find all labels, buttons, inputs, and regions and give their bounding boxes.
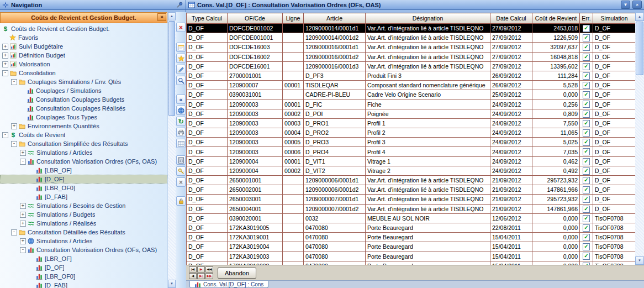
- grid-row[interactable]: D_OF26500020011209000006/0001d2Var.Art. …: [187, 185, 636, 195]
- error-checkbox[interactable]: ✓: [583, 224, 590, 232]
- cell-date-calcul[interactable]: 15/04/2011: [490, 252, 532, 261]
- error-checkbox[interactable]: ✓: [583, 139, 590, 146]
- cell-ligne[interactable]: [283, 24, 304, 33]
- cell-ligne[interactable]: [283, 90, 304, 100]
- cell-simulation[interactable]: D_OF: [593, 156, 636, 166]
- cell-simulation[interactable]: D_OF: [593, 185, 636, 195]
- grid-row[interactable]: D_OF12090000400001D_VIT1Vitrage 124/09/2…: [187, 156, 636, 166]
- cell-err[interactable]: ✓: [580, 156, 593, 166]
- cell-err[interactable]: ✓: [580, 185, 593, 195]
- cell-ligne[interactable]: 00006: [283, 147, 304, 156]
- cell-date-calcul[interactable]: 26/09/2012: [490, 81, 532, 90]
- cell-designation[interactable]: Poignée: [366, 109, 490, 118]
- cell-ligne[interactable]: 00005: [283, 138, 304, 147]
- expand-icon[interactable]: +: [20, 203, 26, 209]
- cell-simulation[interactable]: TisOF0708: [593, 252, 636, 261]
- tree-item[interactable]: [D_FAB]: [0, 281, 167, 288]
- cell-designation[interactable]: Porte Beauregard: [366, 261, 490, 265]
- cell-of-cde[interactable]: 120900003: [228, 118, 283, 128]
- cell-cout-de-revient[interactable]: 0,000: [532, 252, 580, 261]
- cell-date-calcul[interactable]: 21/09/2012: [490, 176, 532, 185]
- tree-item[interactable]: -Consolidation: [0, 69, 167, 77]
- collapse-icon[interactable]: -: [11, 79, 17, 85]
- cell-article[interactable]: D_PRO1: [304, 118, 366, 128]
- scroll-down-button[interactable]: ▼: [635, 256, 644, 265]
- expand-icon[interactable]: +: [2, 61, 8, 67]
- cell-date-calcul[interactable]: 21/09/2012: [490, 204, 532, 213]
- close-panel-button[interactable]: ×: [176, 23, 186, 32]
- cell-cout-de-revient[interactable]: 32097,637: [532, 43, 580, 52]
- cell-err[interactable]: ✓: [580, 52, 593, 61]
- cell-ligne[interactable]: [283, 195, 304, 204]
- cell-article[interactable]: D_PRO3: [304, 138, 366, 147]
- cell-cout-de-revient[interactable]: 0,000: [532, 213, 580, 223]
- globe-button[interactable]: [176, 106, 186, 115]
- error-checkbox[interactable]: ✓: [583, 234, 590, 241]
- cell-simulation[interactable]: D_OF: [593, 138, 636, 147]
- grid-row[interactable]: D_OFDOFCDE160011209000016/0001d3Var.Art.…: [187, 61, 636, 71]
- cell-article[interactable]: D_VIT2: [304, 166, 366, 175]
- cell-designation[interactable]: Var.Art. d'intégration lié à article TIS…: [366, 24, 490, 33]
- cell-date-calcul[interactable]: 24/09/2012: [490, 166, 532, 175]
- grid-row[interactable]: D_OFDOFCDE160031209000016/0001d1Var.Art.…: [187, 43, 636, 52]
- cell-of-cde[interactable]: 120900004: [228, 166, 283, 175]
- cell-type-calcul[interactable]: D_OF: [187, 138, 228, 147]
- error-checkbox[interactable]: ✓: [583, 206, 590, 213]
- cell-simulation[interactable]: D_OF: [593, 118, 636, 128]
- cell-article[interactable]: 1209000007/0001d1: [304, 195, 366, 204]
- cell-type-calcul[interactable]: D_OF: [187, 118, 228, 128]
- grid-scrollbar[interactable]: ▲ ▼: [635, 13, 644, 265]
- scroll-thumb[interactable]: [636, 22, 643, 75]
- cell-cout-de-revient[interactable]: 0,000: [532, 233, 580, 242]
- expand-icon[interactable]: +: [11, 123, 17, 129]
- tree-item[interactable]: [D_OF]: [0, 263, 167, 272]
- cell-designation[interactable]: Var.Art. d'intégration lié à article TIS…: [366, 61, 490, 71]
- window-menu-button[interactable]: ▼: [621, 1, 630, 9]
- grid-row[interactable]: D_OF12090000300003D_PRO1Profil 124/09/20…: [187, 118, 636, 128]
- cell-date-calcul[interactable]: 24/09/2012: [490, 138, 532, 147]
- cell-article[interactable]: D_PRO2: [304, 128, 366, 138]
- edit-button[interactable]: [176, 65, 186, 74]
- cell-err[interactable]: ✓: [580, 176, 593, 185]
- cell-of-cde[interactable]: 2700001001: [228, 71, 283, 80]
- error-checkbox[interactable]: ✓: [583, 186, 590, 193]
- tree-item[interactable]: -Couplages Simulations / Env. Qtés: [0, 77, 167, 86]
- cell-simulation[interactable]: TisOF0708: [593, 213, 636, 223]
- cell-designation[interactable]: MEUBLE AU SOL NOIR: [366, 213, 490, 223]
- cell-type-calcul[interactable]: D_OF: [187, 109, 228, 118]
- cell-err[interactable]: ✓: [580, 109, 593, 118]
- grid-row[interactable]: D_OFDOFCDE0010011209000014/0001d2Var.Art…: [187, 33, 636, 43]
- tree-item[interactable]: +Simulations / Besoins de Gestion: [0, 201, 167, 210]
- cell-date-calcul[interactable]: 27/09/2012: [490, 43, 532, 52]
- cell-ligne[interactable]: [283, 71, 304, 80]
- column-header-ligne[interactable]: Ligne: [283, 13, 304, 24]
- record-next-button[interactable]: ▶: [197, 266, 205, 273]
- cell-of-cde[interactable]: 172KA3019002: [228, 261, 283, 265]
- cell-designation[interactable]: Composant standard nomenclature génériqu…: [366, 81, 490, 90]
- cell-type-calcul[interactable]: D_OF: [187, 176, 228, 185]
- cell-ligne[interactable]: [283, 52, 304, 61]
- cell-of-cde[interactable]: 120900007: [228, 81, 283, 90]
- error-checkbox[interactable]: ✓: [583, 167, 590, 175]
- cell-date-calcul[interactable]: 22/08/2011: [490, 223, 532, 232]
- scroll-up-button[interactable]: ▲: [635, 13, 644, 21]
- cell-simulation[interactable]: TisOF0708: [593, 233, 636, 242]
- search-button[interactable]: [176, 76, 186, 85]
- favorites-button[interactable]: [176, 54, 186, 63]
- cell-designation[interactable]: Profil 2: [366, 128, 490, 138]
- cell-cout-de-revient[interactable]: 147861,966: [532, 204, 580, 213]
- tree-item[interactable]: [LBR_OF]: [0, 166, 167, 175]
- cell-article[interactable]: 0032: [304, 213, 366, 223]
- cell-err[interactable]: ✓: [580, 100, 593, 109]
- cell-simulation[interactable]: TisOF0708: [593, 242, 636, 252]
- grid-row[interactable]: D_OF12090000300006D_PRO4Profil 424/09/20…: [187, 147, 636, 156]
- cell-simulation[interactable]: D_OF: [593, 90, 636, 100]
- cell-article[interactable]: D_VIT1: [304, 156, 366, 166]
- cell-err[interactable]: ✓: [580, 118, 593, 128]
- cell-type-calcul[interactable]: D_OF: [187, 24, 228, 33]
- cell-of-cde[interactable]: 2650001001: [228, 176, 283, 185]
- cell-designation[interactable]: Var.Art. d'intégration lié à article TIS…: [366, 52, 490, 61]
- cell-ligne[interactable]: 00004: [283, 128, 304, 138]
- cell-article[interactable]: 0470080: [304, 261, 366, 265]
- cell-article[interactable]: 1209000007/0001d2: [304, 204, 366, 213]
